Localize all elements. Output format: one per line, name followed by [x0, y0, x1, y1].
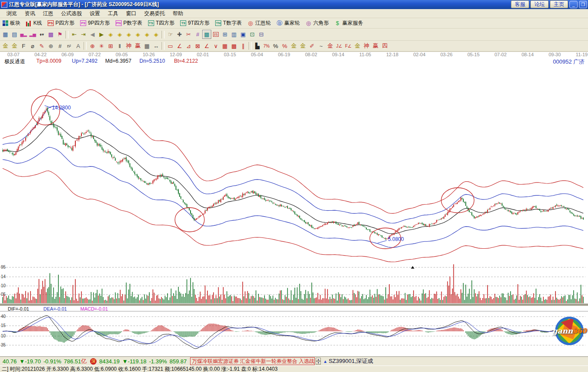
gold-red-icon[interactable]: 金 — [326, 42, 335, 51]
next-icon[interactable]: ▶ — [97, 30, 106, 39]
shen-angle-icon[interactable]: 神 — [362, 42, 371, 51]
shrink-h-icon[interactable]: ◈ — [133, 30, 142, 39]
9p-square-button[interactable]: P99P四方形 — [80, 19, 110, 27]
hand-icon[interactable]: ☞ — [166, 30, 175, 39]
f-angle-icon[interactable]: F∠ — [344, 42, 353, 51]
t-square-button[interactable]: TST四方形 — [148, 19, 174, 27]
sectors-button[interactable]: 板块 — [3, 19, 20, 27]
macd-chart-svg[interactable]: 40151035 — [0, 311, 588, 356]
ticker-spinner[interactable]: ▲▼ — [316, 358, 321, 365]
fan-icon[interactable]: ∠ — [175, 42, 184, 51]
menu-formula-picker[interactable]: 公式选股 — [57, 9, 86, 18]
ying-tool-icon[interactable]: 赢 — [133, 42, 142, 51]
notebook-icon[interactable]: ▥ — [229, 30, 239, 39]
gann-left-icon[interactable]: ◈ — [106, 30, 115, 39]
flag-pen-icon[interactable]: ✐ — [307, 42, 317, 51]
gold-ratio2-icon[interactable]: 金 — [10, 42, 19, 51]
kline-button[interactable]: K线 — [26, 19, 42, 27]
forum-button[interactable]: 论坛 — [530, 0, 549, 8]
first-page-icon[interactable]: ⇤ — [70, 30, 79, 39]
chart-p3-icon[interactable]: ▅▂ — [19, 30, 28, 39]
gold-ratio-icon[interactable]: 金 — [1, 42, 10, 51]
chart-p9-icon[interactable]: ▂▅ — [28, 30, 37, 39]
kline-chart-svg[interactable]: 9514100514.28005.0800 — [0, 52, 588, 304]
hist-tool-icon[interactable]: ▙ — [253, 42, 262, 51]
info-list-icon[interactable]: ▤ — [10, 30, 19, 39]
auto-a-icon[interactable]: A — [74, 42, 83, 51]
vee-icon[interactable]: ∨ — [211, 42, 220, 51]
p-table-button[interactable]: PNP数字表 — [116, 19, 142, 27]
texture-icon[interactable]: ▩ — [202, 30, 211, 39]
shrink-v-icon[interactable]: ◈ — [152, 30, 161, 39]
spiral-icon[interactable]: ⌀ — [28, 42, 37, 51]
candle-style-icon[interactable]: ♦▾ — [37, 30, 46, 39]
service-button[interactable]: 客服 — [511, 0, 529, 8]
square-target-icon[interactable]: ⊞ — [106, 42, 115, 51]
expand-v-icon[interactable]: ◈ — [142, 30, 152, 39]
prev-icon[interactable]: ◀ — [88, 30, 97, 39]
board-icon[interactable]: ▦ — [1, 30, 10, 39]
gann-box2-icon[interactable]: ▩ — [229, 42, 239, 51]
wave-icon[interactable]: ~ — [317, 42, 326, 51]
fan-grid-icon[interactable]: ⊠ — [193, 42, 202, 51]
menu-settings[interactable]: 设置 — [86, 9, 104, 18]
shen-tool-icon[interactable]: 神 — [124, 42, 133, 51]
pct-icon[interactable]: % — [271, 42, 280, 51]
calculator-icon[interactable]: ⊞ — [220, 30, 229, 39]
p-square-button[interactable]: PSP四方形 — [48, 19, 74, 27]
calendar-icon[interactable]: 21 — [211, 30, 220, 39]
gold-angle-icon[interactable]: 金 — [353, 42, 362, 51]
cut-icon[interactable]: ✂ — [184, 30, 193, 39]
kline-panel[interactable]: 9514100514.28005.0800 03-0704-2206-0907-… — [0, 52, 588, 304]
pct7-icon[interactable]: 7% — [262, 42, 271, 51]
menu-trade[interactable]: 交易委托 — [140, 9, 169, 18]
rect-tool-icon[interactable]: ▭ — [166, 42, 175, 51]
transfer-icon[interactable]: ⊟ — [257, 30, 266, 39]
compass-icon[interactable]: ⊕ — [46, 42, 55, 51]
ying-angle-icon[interactable]: 赢 — [371, 42, 380, 51]
j-angle-icon[interactable]: J∠ — [335, 42, 344, 51]
menu-window[interactable]: 窗口 — [122, 9, 140, 18]
hspan-icon[interactable]: ↔ — [152, 42, 161, 51]
crosshair-icon[interactable]: ✚ — [175, 30, 184, 39]
menu-news[interactable]: 资讯 — [21, 9, 39, 18]
9t-square-button[interactable]: T99T四方形 — [180, 19, 210, 27]
macd-panel[interactable]: 40151035 gann360 — [0, 311, 588, 356]
minimize-button[interactable]: _ — [569, 1, 578, 8]
pattern-box-icon[interactable]: ▩ — [46, 30, 55, 39]
menu-gann[interactable]: 江恩 — [39, 9, 57, 18]
gann-wheel-button[interactable]: ◎江恩轮 — [247, 19, 271, 27]
gold-circle-icon[interactable]: 金 — [289, 42, 298, 51]
parallel-icon[interactable]: ∥ — [239, 42, 248, 51]
menu-help[interactable]: 帮助 — [169, 9, 187, 18]
save-icon[interactable]: ▣ — [239, 30, 248, 39]
hexagon-button[interactable]: ◎六角形 — [305, 19, 329, 27]
maximize-button[interactable]: ❐ — [579, 1, 587, 8]
menu-tools[interactable]: 工具 — [104, 9, 122, 18]
menu-browse[interactable]: 浏览 — [3, 9, 21, 18]
angle-line-icon[interactable]: ∠ — [202, 42, 211, 51]
fan-rect-icon[interactable]: ⊿ — [184, 42, 193, 51]
target-icon[interactable]: ⊕ — [88, 42, 97, 51]
n2-icon[interactable]: n² — [65, 42, 74, 51]
pen-icon[interactable]: ✎ — [37, 42, 46, 51]
color-flag-icon[interactable]: ⚑ — [55, 30, 65, 39]
fib-f-icon[interactable]: F — [19, 42, 28, 51]
starburst-icon[interactable]: ✳ — [97, 42, 106, 51]
gann-box-icon[interactable]: ▦ — [220, 42, 229, 51]
last-page-icon[interactable]: ⇥ — [79, 30, 88, 39]
pct-red-icon[interactable]: % — [280, 42, 289, 51]
t-table-button[interactable]: TNT数字表 — [215, 19, 242, 27]
magnet-grid-icon[interactable]: # — [193, 30, 202, 39]
gann-right-icon[interactable]: ◈ — [115, 30, 124, 39]
winner-service-button[interactable]: $赢家服务 — [334, 19, 363, 27]
pillar-icon[interactable]: ‖ — [115, 42, 124, 51]
expand-h-icon[interactable]: ◈ — [124, 30, 133, 39]
ruler123-icon[interactable]: ▦ — [142, 42, 152, 51]
grid-hash-icon[interactable]: # — [55, 42, 65, 51]
export-icon[interactable]: ⊡ — [248, 30, 257, 39]
four-angle-icon[interactable]: 四 — [380, 42, 389, 51]
news-ticker[interactable]: 万煤冷联姻宏源证券 汇金催牛新一轮券业整合 入选战略性新兴产业 页岩气热浪再度来… — [190, 357, 315, 365]
home-button[interactable]: 主页 — [550, 0, 568, 8]
winner-wheel-button[interactable]: Ⓑ赢家轮 — [276, 19, 300, 27]
